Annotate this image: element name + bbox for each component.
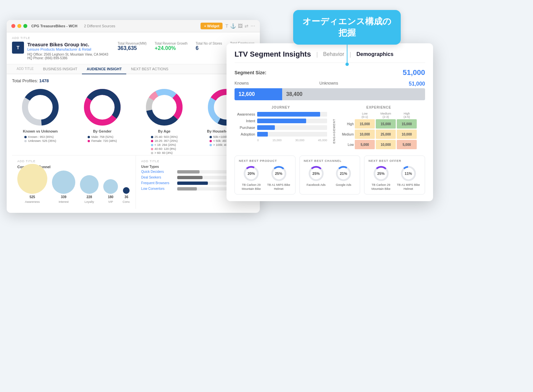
known-unknown-section: Knowns Unknowns 51,000 12,600 38,400 bbox=[235, 81, 425, 100]
knowns-label: Knowns bbox=[235, 81, 249, 87]
window-dots bbox=[11, 24, 27, 28]
experience-grid: ENGAGEMENT Low(0-1) Medium(2-3) High(4-5… bbox=[332, 112, 425, 150]
audience-content: Total Profiles: 1478 Known vs Unknown Kn… bbox=[7, 74, 260, 213]
segment-size-value: 51,000 bbox=[403, 68, 425, 77]
jp-tooltip-text: オーディエンス構成の 把握 bbox=[302, 16, 391, 39]
maximize-dot[interactable] bbox=[23, 24, 27, 28]
tab-business-insight[interactable]: BUSINESS INSIGHT bbox=[38, 64, 82, 74]
bubble-awareness: 525 Awareness bbox=[17, 164, 47, 203]
next-best-channel-card: NEXT BEST CHANNEL 25% Facebook Ads bbox=[299, 156, 360, 195]
nb-channel-title: NEXT BEST CHANNEL bbox=[304, 159, 356, 163]
company-info: Treasure Bikes Group Inc. Leisure Produc… bbox=[27, 42, 114, 60]
journey-experience-section: JOURNEY Awareness Intent Purchase Adopti… bbox=[235, 106, 425, 150]
share-icon[interactable]: ⇄ bbox=[245, 23, 249, 29]
image-icon[interactable]: 🖼 bbox=[238, 23, 243, 29]
exp-row-high: High 15,000 15,000 15,000 bbox=[337, 119, 425, 129]
total-profiles: Total Profiles: 1478 bbox=[12, 78, 255, 83]
ltv-panel: LTV Segment Insights | Behavior | Demogr… bbox=[227, 43, 433, 201]
metric-growth: Total Revenue Growth +24.00% bbox=[155, 42, 188, 51]
company-subtitle: Leisure Products Manufacturer & Retail bbox=[27, 47, 114, 51]
nb-offer-title: NEXT BEST OFFER bbox=[368, 159, 421, 163]
unknown-bar: 38,400 bbox=[282, 88, 425, 100]
journey-awareness: Awareness bbox=[235, 112, 327, 117]
ltv-nav-demographics[interactable]: Demographics bbox=[356, 51, 393, 57]
company-header: T Treasure Bikes Group Inc. Leisure Prod… bbox=[12, 42, 255, 60]
metric-revenue: Total Revenue(MM) 363,635 bbox=[118, 42, 147, 51]
titlebar-actions: + Widget T ⚓ 🖼 ⇄ ⋯ bbox=[201, 23, 255, 29]
exp-row-medium: Medium 10,000 25,000 10,000 bbox=[337, 130, 425, 139]
nb-offer-1: 25% TB Carbon 29 Mountain Bike bbox=[368, 165, 393, 191]
minimize-dot[interactable] bbox=[17, 24, 21, 28]
titlebar-icons: T ⚓ 🖼 ⇄ ⋯ bbox=[225, 23, 255, 29]
tabs-bar: ADD TITLE BUSINESS INSIGHT AUDIENCE INSI… bbox=[7, 64, 260, 74]
jp-tooltip: オーディエンス構成の 把握 bbox=[293, 10, 401, 45]
journey-section: JOURNEY Awareness Intent Purchase Adopti… bbox=[235, 106, 327, 150]
charts-row: Known vs Unknown Known : 953 (65%) Unkno… bbox=[12, 87, 255, 155]
nb-product-1: 20% TB Carbon 29 Mountain Bike bbox=[239, 165, 264, 191]
bubble-chart: 525 Awareness 339 Interest 228 Loyalty bbox=[17, 172, 130, 205]
bubble-interest: 339 Interest bbox=[52, 171, 75, 203]
nb-product-items: 20% TB Carbon 29 Mountain Bike 25% TB A1… bbox=[239, 165, 291, 191]
nb-channel-items: 25% Facebook Ads 21% Google Ads bbox=[304, 165, 356, 187]
dashboard-window: CPG TreasureBikes - WCH 2 Different Sour… bbox=[7, 20, 260, 213]
nb-offer-items: 25% TB Carbon 29 Mountain Bike 11% TB A1… bbox=[368, 165, 421, 191]
known-unknown-bar: 12,600 38,400 bbox=[235, 88, 425, 100]
tab-audience-insight[interactable]: AUDIENCE INSIGHT bbox=[82, 64, 126, 74]
conversion-funnel-section: ADD TITLE Conversion Funnel 525 Awarenes… bbox=[12, 156, 136, 209]
experience-table: Low(0-1) Medium(2-3) High(4-5) High 15,0… bbox=[337, 112, 425, 150]
engagement-label: ENGAGEMENT bbox=[332, 112, 336, 150]
widget-button[interactable]: + Widget bbox=[201, 23, 223, 29]
total-right: 51,000 bbox=[409, 81, 425, 87]
text-icon[interactable]: T bbox=[225, 23, 228, 29]
jp-tooltip-dot bbox=[345, 63, 349, 66]
chart-known-unknown: Known vs Unknown Known : 953 (65%) Unkno… bbox=[20, 87, 60, 155]
legend-gender: Male: 758 (52%) Female: 720 (48%) bbox=[88, 135, 117, 143]
experience-header: EXPERIENCE bbox=[332, 106, 425, 109]
journey-axis: 015,00030,00045,000 bbox=[235, 139, 327, 142]
company-logo: T bbox=[12, 42, 24, 54]
nb-channel-2: 21% Google Ads bbox=[331, 165, 356, 187]
chart-by-gender: By Gender Male: 758 (52%) Female: 720 (4… bbox=[82, 87, 122, 155]
legend-known-unknown: Known : 953 (65%) Unknown: 525 (35%) bbox=[24, 135, 56, 143]
journey-purchase: Purchase bbox=[235, 125, 327, 130]
bubble-vip: 180 VIP bbox=[103, 179, 118, 203]
bubble-conv: 36 Conv. bbox=[123, 187, 130, 203]
next-best-offer-card: NEXT BEST OFFER 25% TB Carbon 29 Mountai… bbox=[364, 156, 425, 195]
bubble-loyalty: 228 Loyalty bbox=[80, 175, 99, 203]
next-best-product-card: NEXT BEST PRODUCT 20% TB Carbon 29 Mount… bbox=[235, 156, 295, 195]
nb-product-2: 25% TB A1 MIPS Bike Helmet bbox=[266, 165, 291, 191]
more-icon[interactable]: ⋯ bbox=[251, 23, 255, 29]
unknowns-label: Unknowns bbox=[319, 81, 338, 87]
chart-by-age: By Age 25-40: 503 (35%) 18-25: 357 (25%)… bbox=[144, 87, 184, 155]
journey-adoption: Adoption bbox=[235, 132, 327, 137]
metric-stores: Total No of Stores 6 bbox=[196, 42, 222, 51]
tab-add-title[interactable]: ADD TITLE bbox=[12, 64, 38, 74]
window-titlebar: CPG TreasureBikes - WCH 2 Different Sour… bbox=[7, 20, 260, 32]
close-dot[interactable] bbox=[11, 24, 15, 28]
segment-size-row: Segment Size: 51,000 bbox=[235, 68, 425, 77]
tab-next-best-actions[interactable]: NEXT BEST ACTIONS bbox=[126, 64, 173, 74]
ltv-nav-behavior[interactable]: Behavior bbox=[323, 51, 344, 57]
exp-row-low: Low 5,000 10,000 5,000 bbox=[337, 140, 425, 149]
bottom-section: ADD TITLE Conversion Funnel 525 Awarenes… bbox=[12, 155, 255, 209]
segment-size-label: Segment Size: bbox=[235, 70, 266, 75]
company-name: Treasure Bikes Group Inc. bbox=[27, 42, 114, 47]
ltv-header: LTV Segment Insights | Behavior | Demogr… bbox=[235, 50, 425, 63]
journey-intent: Intent bbox=[235, 119, 327, 123]
company-address: HQ Office: 2565 Leghorn St, Mountain Vie… bbox=[27, 53, 114, 60]
window-sources: 2 Different Sources bbox=[84, 24, 115, 28]
company-section: ADD TITLE T Treasure Bikes Group Inc. Le… bbox=[7, 32, 260, 64]
known-bar: 12,600 bbox=[235, 88, 282, 100]
anchor-icon[interactable]: ⚓ bbox=[230, 23, 236, 29]
nb-product-title: NEXT BEST PRODUCT bbox=[239, 159, 291, 163]
exp-col-labels: Low(0-1) Medium(2-3) High(4-5) bbox=[337, 112, 425, 119]
window-title: CPG TreasureBikes - WCH bbox=[31, 24, 77, 28]
nb-channel-1: 25% Facebook Ads bbox=[304, 165, 328, 187]
nb-offer-2: 11% TB A1 MIPS Bike Helmet bbox=[396, 165, 421, 191]
legend-age: 25-40: 503 (35%) 18-25: 357 (25%) < 18: … bbox=[151, 135, 178, 155]
jp-tooltip-line bbox=[347, 45, 347, 65]
ltv-title: LTV Segment Insights bbox=[235, 50, 311, 59]
journey-header: JOURNEY bbox=[235, 106, 327, 109]
next-best-section: NEXT BEST PRODUCT 20% TB Carbon 29 Mount… bbox=[235, 156, 425, 195]
add-title-label: ADD TITLE bbox=[12, 36, 255, 40]
